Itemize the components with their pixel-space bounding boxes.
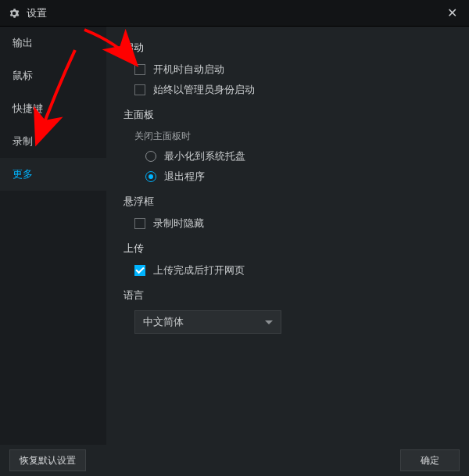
checkbox-open-web[interactable] bbox=[134, 265, 145, 276]
sidebar-item-label: 鼠标 bbox=[13, 70, 33, 81]
content-panel: 启动 开机时自动启动 始终以管理员身份启动 主面板 关闭主面板时 最小化到系统托… bbox=[106, 27, 469, 445]
checkbox-hide-on-record[interactable] bbox=[134, 218, 145, 229]
label-minimize: 最小化到系统托盘 bbox=[164, 149, 245, 163]
section-title-upload: 上传 bbox=[124, 242, 452, 256]
sidebar-item-label: 快捷键 bbox=[13, 102, 43, 114]
label-hide-on-record: 录制时隐藏 bbox=[153, 217, 204, 231]
window-title: 设置 bbox=[27, 6, 442, 20]
label-exit: 退出程序 bbox=[164, 170, 205, 184]
radio-minimize[interactable] bbox=[145, 151, 156, 162]
ok-label: 确定 bbox=[421, 454, 439, 467]
row-minimize: 最小化到系统托盘 bbox=[145, 149, 452, 163]
label-admin: 始终以管理员身份启动 bbox=[153, 83, 255, 97]
sidebar-item-label: 录制 bbox=[13, 135, 33, 147]
sidebar-item-hotkey[interactable]: 快捷键 bbox=[0, 92, 106, 125]
restore-label: 恢复默认设置 bbox=[20, 454, 76, 467]
section-title-floatbox: 悬浮框 bbox=[124, 195, 452, 209]
checkbox-autostart[interactable] bbox=[134, 64, 145, 75]
sidebar-item-record[interactable]: 录制 bbox=[0, 125, 106, 158]
sidebar-item-output[interactable]: 输出 bbox=[0, 27, 106, 59]
label-autostart: 开机时自动启动 bbox=[153, 63, 224, 77]
language-selected: 中文简体 bbox=[143, 315, 184, 329]
row-autostart: 开机时自动启动 bbox=[134, 63, 452, 77]
section-title-mainpanel: 主面板 bbox=[124, 108, 452, 122]
sidebar-item-more[interactable]: 更多 bbox=[0, 158, 106, 191]
titlebar: 设置 ✕ bbox=[0, 0, 469, 27]
language-select[interactable]: 中文简体 bbox=[134, 310, 281, 334]
ok-button[interactable]: 确定 bbox=[400, 449, 460, 471]
label-open-web: 上传完成后打开网页 bbox=[153, 263, 245, 277]
section-title-language: 语言 bbox=[124, 288, 452, 302]
radio-exit[interactable] bbox=[145, 171, 156, 182]
restore-defaults-button[interactable]: 恢复默认设置 bbox=[9, 449, 86, 471]
chevron-down-icon bbox=[265, 320, 273, 324]
subtitle-close-behavior: 关闭主面板时 bbox=[134, 130, 452, 143]
checkbox-admin[interactable] bbox=[134, 84, 145, 95]
row-open-web: 上传完成后打开网页 bbox=[134, 263, 452, 277]
row-exit: 退出程序 bbox=[145, 170, 452, 184]
row-admin: 始终以管理员身份启动 bbox=[134, 83, 452, 97]
sidebar-item-label: 更多 bbox=[13, 168, 33, 180]
close-icon[interactable]: ✕ bbox=[442, 5, 461, 20]
sidebar-item-mouse[interactable]: 鼠标 bbox=[0, 59, 106, 92]
footer: 恢复默认设置 确定 bbox=[0, 445, 469, 476]
gear-icon bbox=[8, 7, 20, 20]
section-title-startup: 启动 bbox=[124, 41, 452, 55]
sidebar: 输出 鼠标 快捷键 录制 更多 bbox=[0, 27, 106, 445]
sidebar-item-label: 输出 bbox=[13, 37, 33, 48]
row-hide-on-record: 录制时隐藏 bbox=[134, 217, 452, 231]
